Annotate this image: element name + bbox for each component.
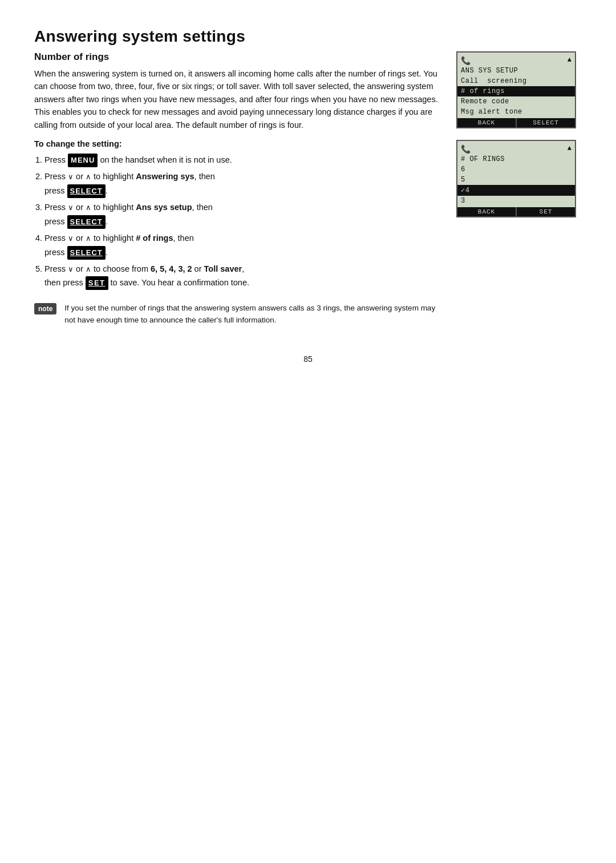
sidebar: 📞 ▲ ANS SYS SETUP Call screening # of ri…	[456, 51, 582, 217]
lcd-row-2-1: 5	[457, 175, 575, 185]
lcd-top-icons-2: 📞 ▲	[457, 143, 575, 154]
arrow-down-icon-3: ∨	[68, 201, 74, 214]
step-5-options: 6, 5, 4, 3, 2	[151, 264, 192, 273]
step-3-bold: Ans sys setup	[136, 203, 192, 212]
change-setting-title: To change the setting:	[34, 139, 439, 148]
steps-list: Press MENU on the handset when it is not…	[44, 153, 439, 290]
step-1: Press MENU on the handset when it is not…	[44, 153, 439, 167]
main-content: Number of rings When the answering syste…	[34, 51, 456, 326]
lcd-screen-2: 📞 ▲ # OF RINGS 6 5 ✓4 3 BACK SET	[456, 140, 576, 217]
select-button-1: SELECT	[517, 118, 575, 127]
step-2: Press ∨ or ∧ to highlight Answering sys,…	[44, 170, 439, 198]
arrow-up-icon-lcd-2: ▲	[568, 144, 572, 154]
note-text: If you set the number of rings that the …	[64, 303, 439, 326]
step-5: Press ∨ or ∧ to choose from 6, 5, 4, 3, …	[44, 262, 439, 291]
menu-key: MENU	[68, 154, 98, 167]
lcd-row-1-2: Remote code	[457, 96, 575, 107]
set-key: SET	[86, 276, 108, 290]
step-4: Press ∨ or ∧ to highlight # of rings, th…	[44, 231, 439, 260]
arrow-up-icon: ∧	[86, 171, 91, 183]
arrow-up-icon-lcd-1: ▲	[568, 56, 572, 66]
phone-icon-1: 📞	[461, 56, 471, 66]
lcd-row-2-2: ✓4	[457, 185, 575, 196]
arrow-up-icon-5: ∧	[86, 263, 91, 276]
lcd-bottom-bar-2: BACK SET	[457, 207, 575, 216]
step-3: Press ∨ or ∧ to highlight Ans sys setup,…	[44, 200, 439, 229]
lcd-row-2-3: 3	[457, 196, 575, 206]
back-button-2: BACK	[457, 207, 516, 216]
arrow-up-icon-4: ∧	[86, 232, 91, 245]
set-button-2: SET	[517, 207, 575, 216]
lcd-row-1-0: Call screening	[457, 76, 575, 86]
back-button-1: BACK	[457, 118, 516, 127]
lcd-screen-1: 📞 ▲ ANS SYS SETUP Call screening # of ri…	[456, 51, 576, 128]
lcd-bottom-bar-1: BACK SELECT	[457, 118, 575, 127]
page-number: 85	[34, 354, 582, 364]
lcd-top-icons-1: 📞 ▲	[457, 55, 575, 66]
select-key-2: SELECT	[67, 184, 106, 198]
arrow-down-icon-4: ∨	[68, 232, 74, 245]
select-key-4: SELECT	[67, 246, 106, 260]
page-title: Answering system settings	[34, 27, 582, 46]
step-4-bold: # of rings	[136, 233, 173, 243]
section-title: Number of rings	[34, 51, 439, 63]
lcd-row-1-1: # of rings	[457, 86, 575, 96]
select-key-3: SELECT	[67, 215, 106, 229]
lcd-row-2-0: 6	[457, 164, 575, 175]
note-box: note If you set the number of rings that…	[34, 303, 439, 326]
lcd-title-row-1: ANS SYS SETUP	[457, 66, 575, 76]
note-label: note	[34, 303, 56, 314]
arrow-up-icon-3: ∧	[86, 201, 91, 214]
step-2-bold: Answering sys	[136, 172, 194, 181]
step-5-toll: Toll saver	[204, 264, 242, 273]
lcd-title-row-2: # OF RINGS	[457, 154, 575, 164]
lcd-row-1-3: Msg alert tone	[457, 107, 575, 117]
phone-icon-2: 📞	[461, 144, 471, 154]
arrow-down-icon: ∨	[68, 171, 74, 183]
arrow-down-icon-5: ∨	[68, 263, 74, 276]
body-paragraph: When the answering system is turned on, …	[34, 67, 439, 131]
